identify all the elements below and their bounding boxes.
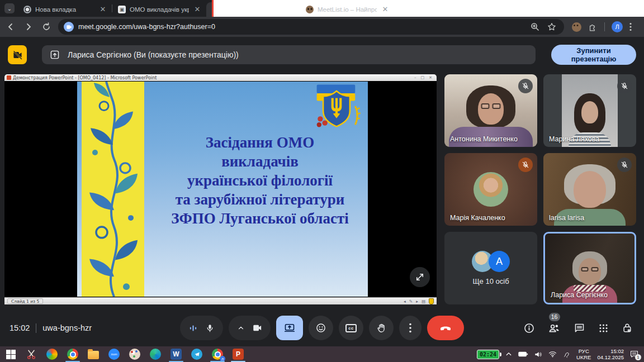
participant-name: Марина Ляхова xyxy=(549,135,599,143)
slideshow-menu-icon[interactable]: ▤ xyxy=(422,299,425,304)
windows-taskbar: zoom W л P 02:24 РУСUKRE 15:0204.12.2025… xyxy=(0,346,644,362)
prev-slide-icon[interactable]: ◂ xyxy=(404,299,406,304)
slide: Засідання ОМО викладачів української філ… xyxy=(77,82,368,297)
battery-icon[interactable] xyxy=(518,351,528,358)
participant-name: Марія Качаленко xyxy=(450,214,505,222)
microphone-button[interactable] xyxy=(180,316,223,340)
participants-grid: Антонина Микитенко Марина Ляхова Марія К… xyxy=(444,74,636,304)
ppt-close-icon[interactable]: ✕ xyxy=(429,75,432,80)
extensions-puzzle-icon[interactable] xyxy=(588,22,598,32)
mic-on-icon xyxy=(205,323,215,333)
tab-close-icon[interactable]: ✕ xyxy=(381,5,390,14)
language-indicator[interactable]: РУСUKRE xyxy=(576,348,591,360)
raise-hand-button[interactable] xyxy=(369,316,394,340)
tab-title: Нова вкладка xyxy=(35,6,94,13)
pen-tool-icon[interactable]: ✎ xyxy=(409,299,413,304)
chat-icon xyxy=(574,322,585,334)
activities-button[interactable] xyxy=(598,323,609,334)
tray-expand-icon[interactable] xyxy=(505,351,512,358)
security-shield-icon xyxy=(429,298,434,304)
reactions-button[interactable] xyxy=(309,316,333,340)
owl-extension-icon[interactable] xyxy=(572,22,581,32)
participant-tile[interactable]: Марина Ляхова xyxy=(543,74,636,147)
meeting-code: uwa-bgns-hzr xyxy=(42,323,92,332)
people-icon xyxy=(548,322,561,335)
profile-avatar[interactable]: Л xyxy=(612,21,623,32)
chrome-music-app-icon[interactable]: л xyxy=(211,348,224,360)
reload-button[interactable] xyxy=(39,20,54,34)
edge-icon[interactable] xyxy=(149,348,162,360)
recording-timer-badge: 02:24 xyxy=(477,350,499,359)
word-icon[interactable]: W xyxy=(170,348,182,360)
telegram-icon[interactable] xyxy=(191,348,203,360)
more-options-button[interactable] xyxy=(399,316,422,340)
meeting-time: 15:02 xyxy=(10,323,30,332)
paint-icon[interactable] xyxy=(129,348,141,360)
back-button[interactable] xyxy=(3,20,18,34)
tab-close-icon[interactable]: ✕ xyxy=(193,5,202,14)
snipping-tool-icon[interactable] xyxy=(25,348,37,360)
more-participants-tile[interactable]: A Ще 10 осіб xyxy=(444,232,537,304)
windows-logo-icon xyxy=(6,350,16,359)
camera-button[interactable] xyxy=(229,316,271,340)
bookmark-star-icon[interactable] xyxy=(547,22,556,31)
chevron-up-icon xyxy=(237,324,245,332)
host-controls-button[interactable] xyxy=(622,322,633,334)
meet-control-bar: 15:02 uwa-bgns-hzr cc xyxy=(0,314,644,342)
powerpoint-taskbar-icon[interactable]: P xyxy=(232,348,244,360)
copilot-icon[interactable] xyxy=(46,348,58,360)
presenter-name: Лариса Сергієнко (Ви (показуєте презента… xyxy=(68,50,239,59)
file-explorer-icon[interactable] xyxy=(87,348,100,360)
participants-button[interactable]: 16 xyxy=(548,322,561,335)
presenting-active-button[interactable] xyxy=(276,316,303,340)
mic-muted-icon xyxy=(617,79,632,93)
camera-off-warning-badge xyxy=(8,45,27,64)
forward-button[interactable] xyxy=(21,20,36,34)
avatar-letter: A xyxy=(489,251,510,272)
participants-count-badge: 16 xyxy=(549,313,560,321)
notification-count-badge: 1 xyxy=(635,354,641,360)
tab-meet-active[interactable]: Meet: "uwa-bgns-hzr" ✕ xyxy=(206,2,300,17)
mic-muted-icon xyxy=(518,158,533,172)
meeting-details-button[interactable] xyxy=(523,322,535,334)
leave-call-button[interactable] xyxy=(427,316,464,340)
hand-icon xyxy=(376,323,387,334)
chrome-favicon xyxy=(23,6,31,13)
start-button[interactable] xyxy=(4,348,17,360)
notification-center-icon[interactable]: 1 xyxy=(630,350,638,358)
participant-tile[interactable]: Марія Качаленко xyxy=(444,153,537,226)
expand-presentation-button[interactable] xyxy=(410,267,430,287)
taskbar-clock[interactable]: 15:0204.12.2025 xyxy=(597,348,624,360)
participant-name: larisa larisa xyxy=(549,214,584,222)
self-view-tile[interactable]: Лариса Сергієнко xyxy=(543,232,636,304)
camera-on-icon xyxy=(252,323,262,333)
browser-menu-icon[interactable] xyxy=(629,22,632,31)
cc-icon: cc xyxy=(345,324,357,332)
wifi-icon[interactable] xyxy=(548,351,557,358)
tab-close-icon[interactable]: ✕ xyxy=(98,5,107,14)
address-bar[interactable]: meet.google.com/uwa-bgns-hzr?authuser=0 xyxy=(58,19,564,35)
toolbar-divider xyxy=(604,22,605,31)
tab-meetlist[interactable]: MeetList.io – Найпростіший сп ✕ xyxy=(300,2,394,17)
windows-ink-icon[interactable] xyxy=(563,351,570,358)
zoom-app-icon[interactable]: zoom xyxy=(108,348,120,360)
volume-icon[interactable] xyxy=(534,351,542,358)
folk-ornament-band xyxy=(82,82,144,297)
chrome-icon[interactable] xyxy=(67,348,79,360)
next-slide-icon[interactable]: ▸ xyxy=(416,299,418,304)
chat-button[interactable] xyxy=(574,322,585,334)
browser-toolbar: meet.google.com/uwa-bgns-hzr?authuser=0 … xyxy=(0,17,644,37)
captions-button[interactable]: cc xyxy=(339,316,363,340)
participant-tile[interactable]: larisa larisa xyxy=(543,153,636,226)
zoom-level-icon[interactable] xyxy=(531,22,539,31)
stop-presentation-button[interactable]: Зупинити презентацію xyxy=(551,45,636,65)
ppt-minimize-icon[interactable]: – xyxy=(414,75,416,80)
ukraine-emblem xyxy=(307,83,366,131)
ppt-maximize-icon[interactable]: □ xyxy=(421,75,425,80)
floral-ornament-graphic xyxy=(82,82,144,297)
present-screen-icon xyxy=(284,322,295,334)
tab-omo-site[interactable]: ▣ ОМО викладачів української ф ✕ xyxy=(112,2,206,17)
tab-new-tab[interactable]: Нова вкладка ✕ xyxy=(18,2,112,17)
tab-search-button[interactable]: ⌄ xyxy=(4,3,15,13)
participant-tile[interactable]: Антонина Микитенко xyxy=(444,74,537,147)
